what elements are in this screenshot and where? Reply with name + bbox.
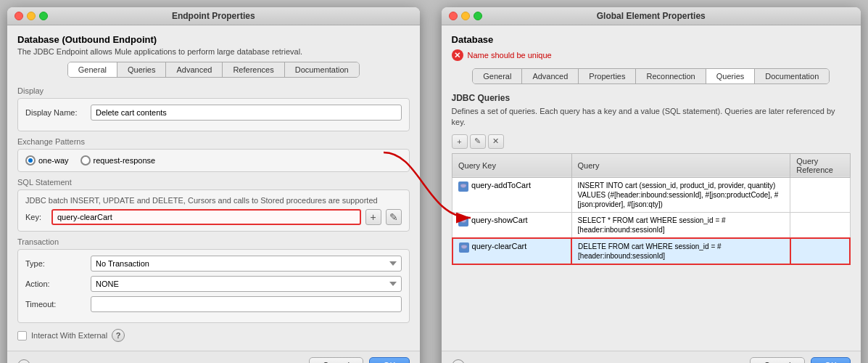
tab-advanced-right[interactable]: Advanced [522,69,579,83]
display-section: Display Name: [17,98,410,131]
left-window-content: Database (Outbound Endpoint) The JDBC En… [7,25,420,351]
tab-general-right[interactable]: General [473,69,522,83]
maximize-button-left[interactable] [39,12,48,20]
transaction-section-label: Transaction [17,237,410,246]
tab-advanced-left[interactable]: Advanced [166,62,223,77]
action-select[interactable]: NONE [91,276,402,292]
sql-section: JDBC batch INSERT, UPDATE and DELETE, Cu… [17,189,410,232]
right-ok-button[interactable]: OK [811,357,851,363]
right-window: Global Element Properties Database ✕ Nam… [442,7,861,363]
tab-properties-right[interactable]: Properties [579,69,636,83]
left-ok-button[interactable]: OK [369,357,409,363]
queries-table-head: Query Key Query Query Reference [452,153,850,177]
table-row[interactable]: query-showCart SELECT * FROM cart WHERE … [452,212,850,238]
connection-arrow [384,152,478,240]
table-row-highlighted[interactable]: query-clearCart DELETE FROM cart WHERE s… [452,238,850,264]
exchange-patterns-group: one-way request-response [25,155,402,166]
queries-table-body: query-addToCart INSERT INTO cart (sessio… [452,177,850,264]
left-help-icon[interactable]: ? [17,359,30,363]
type-row: Type: No Transaction [25,256,402,272]
row2-ref-cell [790,212,850,238]
radio-one-way[interactable]: one-way [25,155,69,166]
display-section-label: Display [17,86,410,95]
row1-query-cell: INSERT INTO cart (session_id, product_id… [571,177,790,212]
display-name-row: Display Name: [25,105,402,121]
traffic-lights-right [449,12,482,20]
key-label: Key: [25,213,47,221]
left-titlebar: Endpoint Properties [7,7,420,25]
left-cancel-button[interactable]: Cancel [309,357,363,363]
type-label: Type: [25,259,91,268]
radio-request-response-label: request-response [94,156,156,165]
radio-dot-one-way [25,155,36,166]
tab-documentation-right[interactable]: Documentation [755,69,829,83]
row3-db-icon [459,242,469,253]
maximize-button-right[interactable] [474,12,482,20]
left-tabs-container: General Queries Advanced References Docu… [17,62,410,78]
row3-key-text: query-clearCart [472,242,527,250]
exchange-patterns-section: one-way request-response [17,149,410,172]
col-query: Query [571,153,790,177]
row3-key-cell: query-clearCart [452,238,572,264]
queries-table: Query Key Query Query Reference [452,153,851,265]
add-query-btn[interactable]: + [365,209,381,225]
key-row: Key: query-clearCart + ✎ [25,209,402,225]
interact-external-row: Interact With External ? [17,329,410,342]
row3-query-cell: DELETE FROM cart WHERE session_id = #[he… [571,238,790,264]
timeout-row: Timeout: [25,296,402,312]
row1-ref-cell [790,177,850,212]
row1-key-text: query-addToCart [471,181,531,189]
close-button-right[interactable] [449,12,458,20]
transaction-section: Type: No Transaction Action: NONE Timeou… [17,249,410,323]
right-window-content: Database ✕ Name should be unique General… [442,25,861,351]
action-row: Action: NONE [25,276,402,292]
type-select[interactable]: No Transaction [91,256,402,272]
close-button-left[interactable] [15,12,23,20]
tab-documentation-left[interactable]: Documentation [285,62,359,77]
queries-desc: Defines a set of queries. Each query has… [452,106,851,129]
row2-query-cell: SELECT * FROM cart WHERE session_id = #[… [571,212,790,238]
delete-query-toolbar-btn[interactable]: ✕ [488,134,504,149]
tab-reconnection-right[interactable]: Reconnection [636,69,706,83]
right-titlebar: Global Element Properties [442,7,861,25]
error-icon: ✕ [452,49,463,61]
tab-queries-left[interactable]: Queries [117,62,167,77]
sql-section-label: SQL Statement [17,178,410,187]
add-query-toolbar-btn[interactable]: + [452,134,468,149]
tab-general-left[interactable]: General [68,62,117,77]
right-main-title: Database [452,34,851,45]
col-ref: Query Reference [790,153,850,177]
interact-external-checkbox[interactable] [17,331,27,340]
right-tab-bar: General Advanced Properties Reconnection… [472,68,830,84]
display-name-input[interactable] [91,105,402,121]
timeout-input[interactable] [91,296,402,312]
key-select[interactable]: query-clearCart [51,209,361,225]
radio-dot-request-response [80,155,91,166]
radio-one-way-label: one-way [38,156,69,165]
minimize-button-right[interactable] [461,12,470,20]
tab-references-left[interactable]: References [223,62,284,77]
interact-help-icon[interactable]: ? [112,329,125,342]
radio-request-response[interactable]: request-response [80,155,156,166]
tab-queries-right[interactable]: Queries [706,69,756,83]
timeout-label: Timeout: [25,300,91,309]
left-window-title: Endpoint Properties [172,11,255,21]
right-window-title: Global Element Properties [597,11,706,21]
edit-query-toolbar-btn[interactable]: ✎ [470,134,486,149]
table-row[interactable]: query-addToCart INSERT INTO cart (sessio… [452,177,850,212]
left-subtitle: The JDBC Endpoint allows Mule applicatio… [17,47,410,56]
action-label: Action: [25,280,91,288]
interact-external-label: Interact With External [31,331,107,340]
row2-key-text: query-showCart [471,216,528,224]
right-cancel-button[interactable]: Cancel [750,357,804,363]
error-row: ✕ Name should be unique [452,49,851,61]
right-help-icon[interactable]: ? [452,359,465,363]
left-main-title: Database (Outbound Endpoint) [17,34,410,45]
display-name-label: Display Name: [25,108,91,117]
minimize-button-left[interactable] [27,12,36,20]
left-tab-bar: General Queries Advanced References Docu… [67,62,360,78]
error-text: Name should be unique [468,51,552,60]
right-tabs-container: General Advanced Properties Reconnection… [452,68,851,84]
row3-ref-cell [790,238,850,264]
queries-header-row: Query Key Query Query Reference [452,153,850,177]
